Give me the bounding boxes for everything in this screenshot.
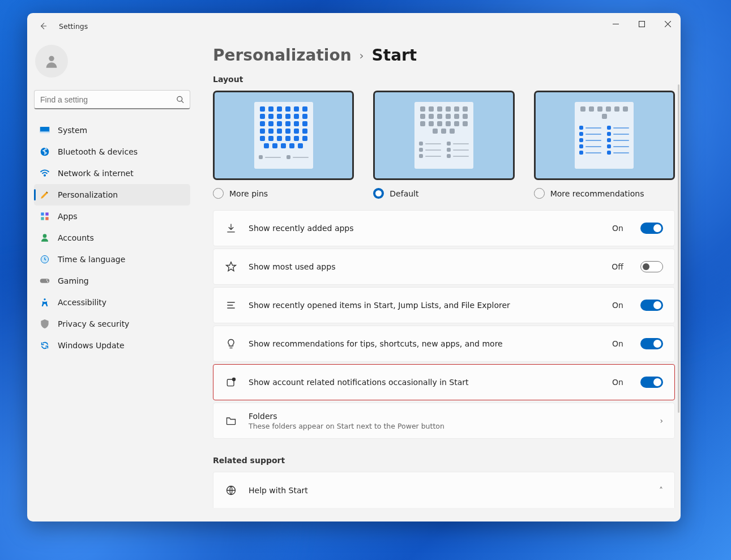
svg-rect-13	[40, 279, 50, 283]
wifi-icon	[40, 168, 50, 178]
minimize-button[interactable]	[602, 13, 629, 35]
minimize-icon	[613, 21, 619, 27]
sidebar-item-accounts[interactable]: Accounts	[34, 227, 190, 249]
setting-label: Show account related notifications occas…	[249, 378, 601, 387]
svg-rect-0	[639, 21, 644, 27]
layout-option-more-recs[interactable]: More recommendations	[534, 91, 675, 199]
update-icon	[40, 340, 50, 350]
settings-list: Show recently added apps On Show most us…	[213, 210, 675, 439]
chevron-up-icon: ˄	[659, 486, 663, 495]
scrollbar[interactable]	[678, 84, 679, 413]
toggle-switch[interactable]	[640, 261, 663, 272]
setting-label: Show recommendations for tips, shortcuts…	[249, 339, 601, 348]
sidebar-item-apps[interactable]: Apps	[34, 206, 190, 227]
sidebar-item-time[interactable]: Time & language	[34, 249, 190, 270]
setting-label: Show most used apps	[249, 262, 600, 271]
layout-heading: Layout	[213, 75, 681, 84]
breadcrumb: Personalization › Start	[213, 46, 681, 65]
download-icon	[225, 223, 237, 234]
search-input[interactable]	[34, 90, 190, 109]
nav-label: Accessibility	[58, 298, 106, 307]
related-heading: Related support	[213, 456, 675, 465]
close-button[interactable]	[655, 13, 681, 35]
sidebar-item-accessibility[interactable]: Accessibility	[34, 292, 190, 313]
radio-icon	[213, 188, 224, 199]
maximize-button[interactable]	[629, 13, 655, 35]
sidebar-item-network[interactable]: Network & internet	[34, 163, 190, 184]
toggle-state: Off	[612, 262, 623, 271]
toggle-switch[interactable]	[640, 300, 663, 311]
setting-recent-items[interactable]: Show recently opened items in Start, Jum…	[213, 287, 675, 323]
toggle-state: On	[612, 224, 623, 233]
toggle-switch[interactable]	[640, 338, 663, 349]
toggle-switch[interactable]	[640, 377, 663, 388]
setting-folders[interactable]: Folders These folders appear on Start ne…	[213, 403, 675, 439]
chevron-right-icon: ›	[660, 416, 663, 425]
shield-icon	[40, 319, 50, 329]
clock-icon	[40, 254, 50, 264]
setting-account-notifications[interactable]: Show account related notifications occas…	[213, 364, 675, 400]
setting-recently-added[interactable]: Show recently added apps On	[213, 210, 675, 246]
svg-rect-9	[41, 217, 44, 220]
sidebar-item-system[interactable]: System	[34, 119, 190, 141]
svg-rect-7	[41, 212, 44, 215]
nav-list: System Bluetooth & devices Network & int…	[34, 119, 190, 356]
settings-window: Settings System Bluetooth & device	[27, 13, 681, 521]
nav-label: Bluetooth & devices	[58, 147, 138, 156]
sidebar-item-gaming[interactable]: Gaming	[34, 270, 190, 292]
title-bar: Settings	[27, 13, 681, 39]
main-content: Personalization › Start Layout	[197, 39, 681, 521]
avatar-icon	[44, 53, 59, 69]
svg-point-1	[49, 56, 54, 61]
radio-label: Default	[390, 189, 418, 198]
sidebar-item-update[interactable]: Windows Update	[34, 335, 190, 356]
svg-point-11	[43, 234, 47, 238]
back-icon	[39, 22, 48, 31]
folders-title: Folders	[249, 412, 648, 421]
breadcrumb-parent[interactable]: Personalization	[213, 46, 352, 65]
setting-recommendations[interactable]: Show recommendations for tips, shortcuts…	[213, 326, 675, 362]
radio-more-recs[interactable]: More recommendations	[534, 188, 675, 199]
setting-label: Show recently opened items in Start, Jum…	[249, 301, 601, 310]
sidebar: System Bluetooth & devices Network & int…	[27, 39, 197, 521]
list-icon	[225, 300, 237, 311]
toggle-state: On	[612, 301, 623, 310]
search-container	[34, 90, 190, 109]
sidebar-item-bluetooth[interactable]: Bluetooth & devices	[34, 141, 190, 163]
breadcrumb-current: Start	[372, 46, 417, 65]
related-help[interactable]: Help with Start ˄	[213, 472, 675, 508]
app-title: Settings	[59, 22, 88, 31]
sidebar-item-privacy[interactable]: Privacy & security	[34, 313, 190, 335]
nav-label: System	[58, 126, 87, 135]
toggle-switch[interactable]	[640, 223, 663, 234]
layout-option-more-pins[interactable]: More pins	[213, 91, 354, 199]
svg-point-15	[47, 281, 48, 283]
sidebar-item-personalization[interactable]: Personalization	[34, 184, 190, 206]
apps-icon	[40, 211, 50, 221]
setting-most-used[interactable]: Show most used apps Off	[213, 249, 675, 285]
svg-rect-10	[45, 217, 48, 220]
close-icon	[665, 21, 671, 27]
radio-label: More pins	[229, 189, 268, 198]
folder-icon	[225, 416, 237, 426]
toggle-state: On	[612, 339, 623, 348]
brush-icon	[40, 190, 50, 200]
radio-default[interactable]: Default	[373, 188, 514, 199]
user-avatar[interactable]	[35, 45, 68, 78]
setting-label: Show recently added apps	[249, 224, 601, 233]
radio-more-pins[interactable]: More pins	[213, 188, 354, 199]
nav-label: Gaming	[58, 276, 89, 285]
monitor-icon	[40, 125, 50, 135]
svg-point-18	[233, 378, 236, 381]
maximize-icon	[639, 21, 645, 27]
svg-rect-8	[45, 212, 48, 215]
back-button[interactable]	[35, 18, 51, 34]
nav-label: Privacy & security	[58, 319, 129, 328]
radio-icon	[373, 188, 384, 199]
layout-thumb-more-recs	[534, 91, 675, 180]
related-label: Help with Start	[249, 486, 648, 495]
layout-options: More pins	[213, 91, 675, 199]
folders-subtitle: These folders appear on Start next to th…	[249, 422, 648, 430]
layout-option-default[interactable]: Default	[373, 91, 514, 199]
notification-icon	[225, 377, 237, 388]
